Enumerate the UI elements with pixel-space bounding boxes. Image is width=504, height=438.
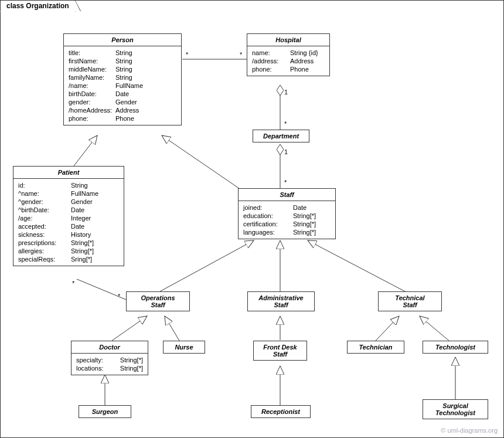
attribute-name: accepted: — [18, 223, 71, 230]
attribute-name: id: — [18, 182, 71, 189]
attribute-row: certification:String[*] — [243, 220, 331, 228]
class-person-attrs: title:StringfirstName:StringmiddleName:S… — [64, 46, 181, 125]
class-receptionist: Receptionist — [251, 405, 311, 418]
class-operations-staff: OperationsStaff — [126, 291, 190, 311]
svg-line-12 — [376, 316, 399, 341]
attribute-type: String {id} — [290, 49, 325, 56]
attribute-name: firstName: — [69, 57, 115, 64]
attribute-row: specialReqs:Sring[*] — [18, 255, 119, 263]
class-staff-title: Staff — [239, 189, 335, 201]
attribute-name: prescriptions: — [18, 239, 71, 246]
class-receptionist-title: Receptionist — [251, 406, 310, 417]
attribute-name: /homeAddress: — [69, 107, 115, 114]
attribute-type: String — [115, 66, 176, 73]
class-doctor-title: Doctor — [71, 341, 148, 354]
mult-patient-ops-right: * — [118, 293, 120, 300]
attribute-type: History — [71, 231, 119, 238]
diagram-frame: class Organization — [0, 0, 504, 438]
attribute-name: sickness: — [18, 231, 71, 238]
attribute-type: Date — [71, 223, 119, 230]
class-technician: Technician — [347, 341, 404, 354]
class-surgeon-title: Surgeon — [79, 406, 131, 417]
attribute-row: phone:Phone — [252, 65, 325, 73]
attribute-row: locations:String[*] — [76, 364, 143, 372]
mult-dept-staff-1: 1 — [284, 148, 288, 155]
class-hospital-attrs: name:String {id}/address:Addressphone:Ph… — [247, 46, 329, 76]
class-staff-attrs: joined:Dateeducation:String[*]certificat… — [239, 201, 335, 239]
class-doctor: Doctor specialty:String[*]locations:Stri… — [71, 341, 148, 375]
attribute-row: /homeAddress:Address — [69, 106, 176, 114]
attribute-type: String[*] — [71, 239, 119, 246]
frame-title-tab: class Organization — [0, 0, 76, 12]
class-department: Department — [253, 130, 309, 142]
attribute-type: String — [115, 49, 176, 56]
class-front-desk-staff-title: Front DeskStaff — [254, 341, 307, 360]
class-front-desk-staff: Front DeskStaff — [253, 341, 307, 361]
attribute-name: title: — [69, 49, 115, 56]
mult-patient-ops-left: * — [72, 280, 74, 287]
attribute-row: specialty:String[*] — [76, 356, 143, 364]
attribute-row: middleName:String — [69, 65, 176, 73]
class-surgical-technologist-title: SurgicalTechnologist — [423, 400, 488, 419]
attribute-name: certification: — [243, 220, 293, 228]
attribute-row: ^birthDate:Date — [18, 206, 119, 214]
attribute-name: familyName: — [69, 74, 115, 81]
svg-line-9 — [112, 316, 147, 341]
attribute-name: specialty: — [76, 356, 120, 364]
svg-line-3 — [74, 135, 97, 166]
attribute-row: firstName:String — [69, 57, 176, 65]
attribute-type: String — [115, 57, 176, 64]
attribute-type: String[*] — [120, 365, 143, 372]
attribute-name: name: — [252, 49, 290, 56]
attribute-type: Date — [71, 206, 119, 213]
attribute-type: Integer — [71, 215, 119, 222]
attribute-name: phone: — [252, 66, 290, 73]
attribute-type: String[*] — [71, 247, 119, 254]
class-department-title: Department — [253, 130, 309, 142]
attribute-row: prescriptions:String[*] — [18, 239, 119, 247]
class-operations-staff-title: OperationsStaff — [127, 292, 189, 311]
attribute-row: ^gender:Gender — [18, 198, 119, 206]
attribute-row: /name:FullName — [69, 82, 176, 90]
watermark-text: © uml-diagrams.org — [441, 427, 498, 434]
attribute-type: Address — [290, 57, 325, 64]
class-technician-title: Technician — [348, 341, 404, 353]
attribute-row: birthDate:Date — [69, 90, 176, 98]
attribute-row: sickness:History — [18, 230, 119, 239]
mult-hospital-dept-1: 1 — [284, 89, 288, 96]
attribute-row: gender:Gender — [69, 98, 176, 106]
class-surgical-technologist: SurgicalTechnologist — [423, 399, 488, 419]
class-administrative-staff-title: AdministrativeStaff — [248, 292, 314, 311]
class-technologist-title: Technologist — [423, 341, 488, 353]
mult-dept-staff-star: * — [284, 179, 287, 186]
svg-line-6 — [160, 240, 254, 291]
attribute-name: languages: — [243, 229, 293, 236]
attribute-type: Sring[*] — [71, 256, 119, 263]
attribute-row: /address:Address — [252, 57, 325, 65]
attribute-row: joined:Date — [243, 203, 331, 212]
attribute-type: Gender — [115, 99, 176, 106]
svg-line-4 — [162, 135, 240, 189]
attribute-name: /address: — [252, 57, 290, 64]
attribute-row: education:String[*] — [243, 212, 331, 220]
attribute-row: languages:String[*] — [243, 228, 331, 236]
attribute-type: Gender — [71, 198, 119, 205]
attribute-name: joined: — [243, 204, 293, 211]
attribute-row: name:String {id} — [252, 49, 325, 57]
attribute-name: middleName: — [69, 66, 115, 73]
class-nurse-title: Nurse — [164, 341, 205, 353]
attribute-type: Address — [115, 107, 176, 114]
class-surgeon: Surgeon — [79, 405, 131, 418]
attribute-name: /age: — [18, 215, 71, 222]
attribute-name: /name: — [69, 82, 115, 89]
class-hospital: Hospital name:String {id}/address:Addres… — [247, 33, 330, 76]
attribute-name: education: — [243, 212, 293, 219]
attribute-type: String — [71, 182, 119, 189]
attribute-name: locations: — [76, 365, 120, 372]
class-nurse: Nurse — [163, 341, 205, 354]
attribute-type: Phone — [290, 66, 325, 73]
attribute-name: gender: — [69, 99, 115, 106]
attribute-name: specialReqs: — [18, 256, 71, 263]
attribute-row: /age:Integer — [18, 214, 119, 222]
class-administrative-staff: AdministrativeStaff — [247, 291, 315, 311]
